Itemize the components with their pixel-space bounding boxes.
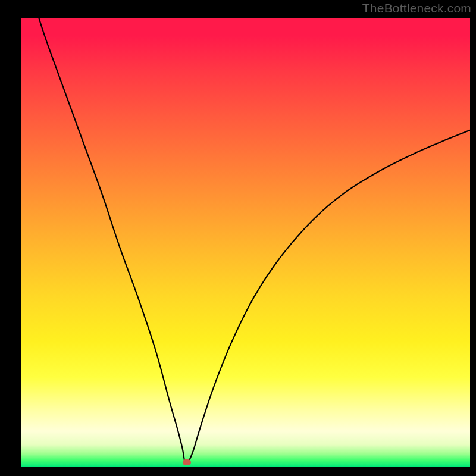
bottleneck-curve <box>21 18 470 467</box>
watermark-text: TheBottleneck.com <box>362 1 471 15</box>
chart-plot-area <box>21 18 470 467</box>
